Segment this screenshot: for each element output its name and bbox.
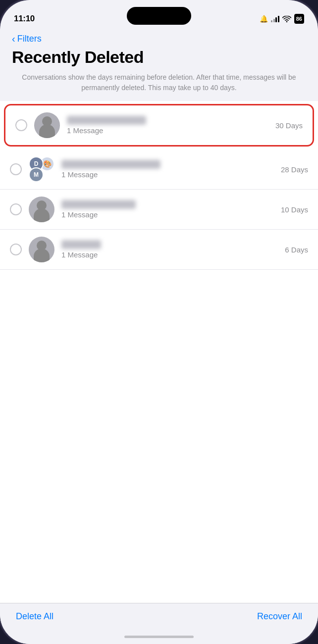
- recover-all-button[interactable]: Recover All: [257, 611, 302, 622]
- avatar-1: [34, 112, 60, 138]
- phone-screen: 11:10 🔔 86: [0, 0, 318, 644]
- radio-button-2[interactable]: [10, 163, 22, 175]
- page-subtitle: Conversations show the days remaining be…: [12, 72, 306, 93]
- conversation-item-1[interactable]: 1 Message 30 Days: [4, 104, 314, 147]
- conv-detail-3: 1 Message: [61, 210, 281, 219]
- avatar-3: [29, 197, 54, 222]
- nav-bar: ‹ Filters: [0, 30, 318, 46]
- mute-icon: 🔔: [260, 15, 268, 23]
- page-header: Recently Deleted Conversations show the …: [0, 46, 318, 101]
- bottom-bar: Delete All Recover All: [0, 603, 318, 632]
- conv-info-2: 1 Message: [61, 160, 281, 179]
- conv-days-3: 10 Days: [281, 205, 308, 214]
- conv-info-1: 1 Message: [67, 116, 275, 135]
- delete-all-button[interactable]: Delete All: [16, 611, 53, 622]
- conv-detail-4: 1 Message: [61, 250, 285, 259]
- conversation-item-4[interactable]: 1 Message 6 Days: [0, 230, 318, 270]
- conv-name-4: [61, 240, 285, 249]
- conv-days-1: 30 Days: [275, 121, 303, 130]
- home-indicator: [0, 632, 318, 644]
- back-chevron-icon: ‹: [12, 34, 15, 44]
- conv-name-2: [61, 160, 281, 169]
- battery-icon: 86: [294, 14, 304, 24]
- conv-name-3: [61, 200, 281, 209]
- conv-detail-2: 1 Message: [61, 170, 281, 179]
- main-content: Recently Deleted Conversations show the …: [0, 46, 318, 603]
- avatar-4: [29, 237, 54, 262]
- radio-button-4[interactable]: [10, 244, 22, 255]
- conversations-list: 1 Message 30 Days 🎨 D: [0, 101, 318, 603]
- radio-button-1[interactable]: [15, 119, 27, 131]
- conv-info-3: 1 Message: [61, 200, 281, 219]
- phone-frame: 11:10 🔔 86: [0, 0, 318, 644]
- back-button[interactable]: ‹ Filters: [12, 34, 306, 44]
- conv-name-1: [67, 116, 275, 125]
- dynamic-island: [127, 7, 191, 25]
- radio-button-3[interactable]: [10, 203, 22, 215]
- status-time: 11:10: [14, 14, 35, 24]
- conversation-item-3[interactable]: 1 Message 10 Days: [0, 190, 318, 230]
- back-label: Filters: [17, 34, 42, 44]
- wifi-icon: [282, 15, 291, 22]
- conv-days-2: 28 Days: [281, 165, 308, 174]
- conv-info-4: 1 Message: [61, 240, 285, 259]
- page-title: Recently Deleted: [12, 48, 306, 66]
- status-icons: 🔔 86: [260, 14, 304, 24]
- conversation-item-2[interactable]: 🎨 D M 1 Message: [0, 149, 318, 190]
- conv-detail-1: 1 Message: [67, 126, 275, 135]
- signal-icon: [271, 15, 279, 22]
- avatar-2: 🎨 D M: [29, 156, 54, 182]
- conv-days-4: 6 Days: [285, 246, 308, 254]
- home-bar: [124, 636, 194, 638]
